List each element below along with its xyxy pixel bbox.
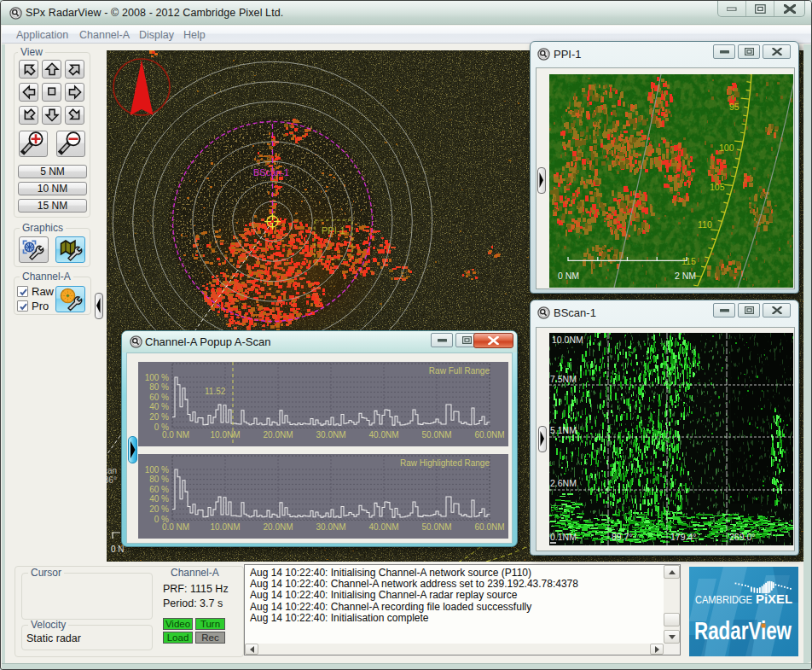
svg-text:PiXEL: PiXEL (756, 592, 792, 606)
svg-text:40 %: 40 % (149, 494, 169, 504)
svg-text:.36°: .36° (107, 475, 117, 485)
svg-text:CAMBRIDGE: CAMBRIDGE (695, 593, 752, 606)
svg-text:20.0NM: 20.0NM (263, 430, 293, 440)
svg-text:11.52: 11.52 (205, 387, 226, 396)
svg-text:100: 100 (719, 143, 734, 153)
svg-text:269.0°: 269.0° (729, 532, 755, 542)
svg-text:179.4°: 179.4° (670, 532, 696, 542)
svg-text:89.7°: 89.7° (612, 532, 633, 542)
svg-text:0 NM: 0 NM (558, 271, 579, 281)
svg-text:Raw Full Range: Raw Full Range (429, 366, 490, 376)
svg-text:5.1NM: 5.1NM (550, 425, 577, 435)
svg-text:PPI-1: PPI-1 (322, 225, 345, 236)
svg-text:80 %: 80 % (149, 382, 169, 392)
svg-text:40.0NM: 40.0NM (368, 522, 398, 532)
svg-text:60 %: 60 % (149, 485, 169, 494)
svg-text:30.0NM: 30.0NM (316, 430, 345, 440)
svg-text:0.0 NM: 0.0 NM (162, 430, 189, 440)
svg-text:0.0 NM: 0.0 NM (162, 522, 189, 532)
svg-text:BScan-1: BScan-1 (253, 167, 289, 178)
svg-text:20 %: 20 % (149, 412, 169, 422)
svg-text:50.0NM: 50.0NM (421, 430, 451, 440)
svg-text:2.6NM: 2.6NM (550, 478, 577, 488)
svg-text:60 %: 60 % (149, 393, 169, 402)
svg-text:10.0NM: 10.0NM (552, 335, 583, 345)
svg-text:60.0NM: 60.0NM (474, 522, 504, 532)
svg-text:100 %: 100 % (145, 373, 169, 382)
svg-text:105: 105 (710, 182, 725, 192)
svg-text:30.0NM: 30.0NM (316, 522, 345, 532)
svg-text:RadarView: RadarView (694, 616, 792, 644)
svg-text:10.0NM: 10.0NM (210, 522, 240, 532)
svg-text:10.0NM: 10.0NM (210, 430, 240, 440)
svg-text:20 %: 20 % (149, 504, 169, 514)
svg-text:80 %: 80 % (149, 475, 169, 484)
svg-text:40 %: 40 % (149, 402, 169, 411)
svg-text:50.0NM: 50.0NM (421, 522, 451, 532)
svg-text:0.1NM: 0.1NM (550, 532, 577, 542)
svg-text:40.0NM: 40.0NM (368, 430, 398, 440)
svg-text:Raw Highlighted Range: Raw Highlighted Range (400, 458, 490, 468)
svg-text:20.0NM: 20.0NM (263, 522, 293, 532)
svg-text:can: can (107, 466, 117, 475)
svg-text:60.0NM: 60.0NM (474, 430, 504, 440)
svg-text:100 %: 100 % (145, 465, 169, 475)
svg-text:110: 110 (698, 219, 712, 230)
svg-text:2 NM: 2 NM (675, 271, 696, 281)
svg-text:95: 95 (729, 102, 740, 112)
svg-text:7.5NM: 7.5NM (550, 374, 577, 384)
